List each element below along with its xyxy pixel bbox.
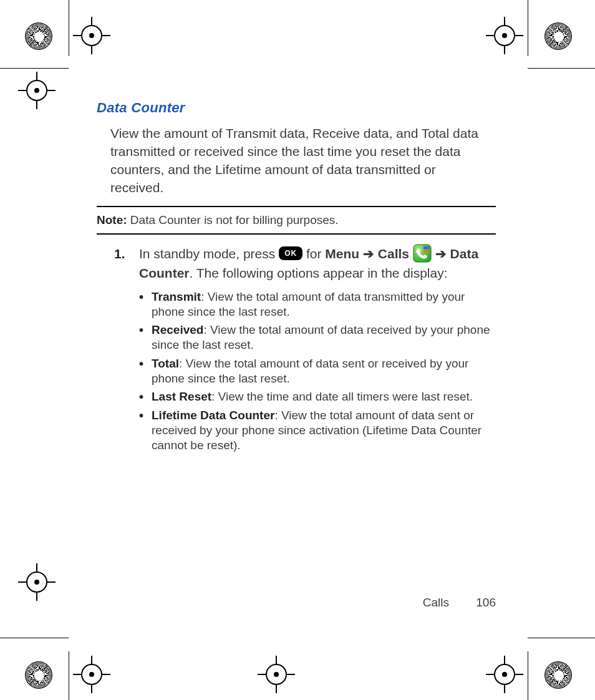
footer-page-number: 106 — [476, 596, 496, 609]
crop-line — [69, 651, 69, 700]
footer-section: Calls — [423, 596, 449, 609]
svg-rect-1 — [423, 246, 429, 250]
crosshair-mark — [26, 80, 47, 101]
svg-rect-2 — [423, 250, 429, 253]
page-content: Data Counter View the amount of Transmit… — [97, 100, 496, 456]
print-registration-mark — [544, 661, 572, 689]
option-last-reset: Last Reset: View the time and date all t… — [139, 389, 496, 404]
print-registration-mark — [25, 22, 52, 50]
crosshair-mark — [494, 664, 515, 685]
ok-key-icon: OK — [279, 246, 302, 260]
option-term: Received — [152, 323, 203, 336]
note-text: Data Counter is not for billing purposes… — [127, 213, 339, 226]
print-registration-mark — [544, 22, 572, 50]
section-heading: Data Counter — [97, 100, 496, 116]
calls-label: Calls — [378, 246, 409, 261]
arrow-icon: ➔ — [363, 246, 378, 261]
crop-line — [528, 651, 528, 700]
crosshair-mark — [26, 571, 47, 593]
intro-paragraph: View the amount of Transmit data, Receiv… — [110, 125, 485, 197]
step-text: . The following options appear in the di… — [190, 266, 448, 280]
option-desc: : View the total amount of data sent or … — [152, 357, 468, 385]
manual-page: .regmark > * { } Data Counter View the a… — [0, 0, 595, 700]
menu-label: Menu — [325, 246, 359, 261]
step-text: In standby mode, press — [139, 246, 279, 261]
calls-icon — [413, 244, 432, 263]
steps-list: In standby mode, press OK for Menu ➔ Cal… — [114, 245, 496, 452]
option-term: Transmit — [152, 290, 201, 303]
print-registration-mark — [25, 661, 52, 689]
option-term: Last Reset — [152, 390, 211, 403]
option-desc: : View the time and date all timers were… — [211, 390, 473, 403]
step-1: In standby mode, press OK for Menu ➔ Cal… — [114, 245, 496, 452]
page-footer: Calls 106 — [97, 596, 496, 610]
option-total: Total: View the total amount of data sen… — [139, 356, 496, 386]
crop-line — [528, 68, 595, 69]
options-list: Transmit: View the total amount of data … — [139, 289, 496, 453]
crosshair-mark — [81, 25, 102, 46]
crop-line — [528, 638, 595, 638]
option-transmit: Transmit: View the total amount of data … — [139, 289, 496, 319]
crosshair-mark — [81, 664, 102, 685]
note-label: Note: — [97, 213, 127, 226]
step-text: for — [306, 246, 325, 261]
option-lifetime: Lifetime Data Counter: View the total am… — [139, 408, 496, 452]
option-received: Received: View the total amount of data … — [139, 323, 496, 352]
crosshair-mark — [494, 25, 515, 46]
option-term: Total — [152, 357, 179, 370]
crop-line — [69, 0, 69, 56]
crop-line — [0, 638, 69, 638]
crop-line — [528, 0, 528, 56]
note-box: Note: Data Counter is not for billing pu… — [97, 206, 496, 235]
crop-line — [0, 68, 69, 69]
arrow-icon: ➔ — [435, 246, 450, 261]
crosshair-mark — [266, 664, 287, 685]
option-term: Lifetime Data Counter — [152, 409, 274, 422]
